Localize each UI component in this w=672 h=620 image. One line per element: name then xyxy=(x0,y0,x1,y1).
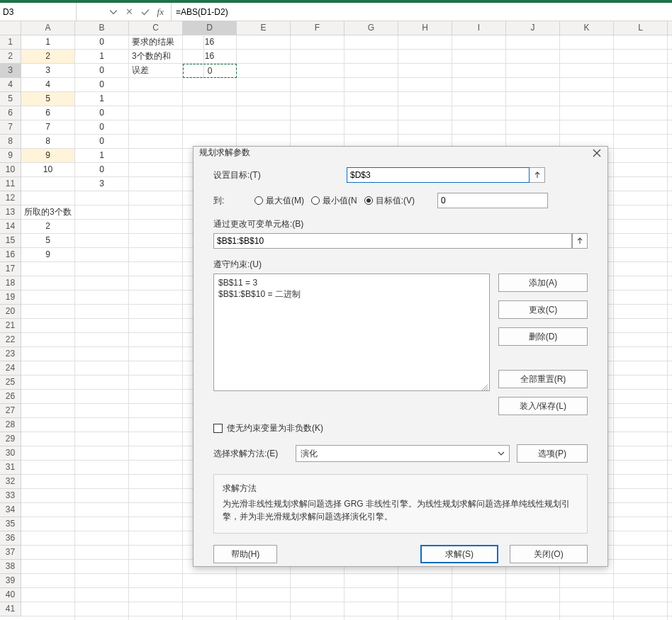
row-header[interactable]: 18 xyxy=(0,276,21,291)
row-header[interactable]: 23 xyxy=(0,347,21,361)
cell[interactable]: 9 xyxy=(21,149,75,163)
row-header[interactable]: 17 xyxy=(0,262,21,276)
row-header[interactable]: 12 xyxy=(0,191,21,205)
row-header[interactable]: 27 xyxy=(0,404,21,418)
cell[interactable]: 6 xyxy=(21,106,75,120)
row-header[interactable]: 32 xyxy=(0,475,21,489)
fx-icon[interactable]: fx xyxy=(157,6,164,18)
formula-input[interactable] xyxy=(172,7,672,17)
row-header[interactable]: 38 xyxy=(0,560,21,574)
target-value-input[interactable] xyxy=(437,193,548,208)
row-header[interactable]: 15 xyxy=(0,234,21,248)
row-header[interactable]: 11 xyxy=(0,177,21,191)
cell[interactable]: 3 xyxy=(21,64,75,78)
cell[interactable]: 3 xyxy=(75,177,129,191)
column-header[interactable]: A xyxy=(21,21,75,35)
constraint-item[interactable]: $B$1:$B$10 = 二进制 xyxy=(218,288,485,300)
changing-cells-input[interactable] xyxy=(213,233,572,249)
row-header[interactable]: 28 xyxy=(0,418,21,432)
column-header[interactable]: C xyxy=(129,21,183,35)
row-header[interactable]: 3 xyxy=(0,64,21,78)
resize-handle-icon[interactable] xyxy=(481,382,488,389)
row-header[interactable]: 14 xyxy=(0,220,21,234)
enter-formula-icon[interactable] xyxy=(140,7,150,17)
cell[interactable]: 0 xyxy=(183,64,237,78)
row-header[interactable]: 25 xyxy=(0,376,21,390)
cell[interactable]: 16 xyxy=(183,50,237,64)
cell[interactable]: 1 xyxy=(75,149,129,163)
cell[interactable]: 5 xyxy=(21,92,75,106)
method-select[interactable]: 演化 xyxy=(296,445,510,462)
row-header[interactable]: 33 xyxy=(0,489,21,503)
row-header[interactable]: 6 xyxy=(0,106,21,120)
dialog-titlebar[interactable]: 规划求解参数 xyxy=(194,147,607,159)
checkbox-icon[interactable] xyxy=(213,424,223,433)
cell[interactable]: 8 xyxy=(21,135,75,149)
radio-max[interactable]: 最大值(M) xyxy=(254,195,304,207)
options-button[interactable]: 选项(P) xyxy=(517,444,588,463)
constraints-listbox[interactable]: $B$11 = 3 $B$1:$B$10 = 二进制 xyxy=(213,274,490,391)
nonneg-checkbox-row[interactable]: 使无约束变量为非负数(K) xyxy=(213,422,588,434)
row-header[interactable]: 21 xyxy=(0,319,21,333)
cell[interactable]: 0 xyxy=(75,106,129,120)
row-header[interactable]: 35 xyxy=(0,517,21,531)
constraint-item[interactable]: $B$11 = 3 xyxy=(218,277,485,288)
column-header[interactable]: L xyxy=(614,21,668,35)
row-header[interactable]: 16 xyxy=(0,248,21,262)
close-icon[interactable] xyxy=(592,148,602,158)
row-header[interactable]: 1 xyxy=(0,35,21,50)
column-header[interactable]: I xyxy=(452,21,506,35)
cell[interactable]: 1 xyxy=(75,50,129,64)
row-header[interactable]: 31 xyxy=(0,461,21,475)
column-header[interactable]: E xyxy=(237,21,291,35)
set-target-input[interactable] xyxy=(347,167,530,183)
cell[interactable]: 5 xyxy=(21,234,75,248)
row-header[interactable]: 19 xyxy=(0,291,21,305)
row-header[interactable]: 5 xyxy=(0,92,21,106)
add-constraint-button[interactable]: 添加(A) xyxy=(498,274,588,292)
row-header[interactable]: 8 xyxy=(0,135,21,149)
column-header[interactable]: G xyxy=(345,21,398,35)
cell[interactable]: 2 xyxy=(21,220,75,234)
row-header[interactable]: 22 xyxy=(0,333,21,347)
name-box-container[interactable] xyxy=(0,3,77,21)
row-headers[interactable]: 1234567891011121314151617181920212223242… xyxy=(0,35,21,616)
column-header[interactable]: F xyxy=(291,21,345,35)
range-picker-button[interactable] xyxy=(572,233,588,249)
row-header[interactable]: 10 xyxy=(0,163,21,177)
reset-all-button[interactable]: 全部重置(R) xyxy=(498,370,588,388)
range-picker-button[interactable] xyxy=(530,167,545,183)
row-header[interactable]: 29 xyxy=(0,432,21,446)
load-save-button[interactable]: 装入/保存(L) xyxy=(498,397,588,415)
select-all-corner[interactable] xyxy=(0,21,21,35)
cell[interactable]: 0 xyxy=(75,163,129,177)
column-header[interactable]: J xyxy=(506,21,560,35)
row-header[interactable]: 34 xyxy=(0,503,21,517)
row-header[interactable]: 9 xyxy=(0,149,21,163)
cell[interactable]: 16 xyxy=(183,35,237,50)
cell[interactable]: 4 xyxy=(21,78,75,92)
row-header[interactable]: 40 xyxy=(0,588,21,602)
row-header[interactable]: 7 xyxy=(0,120,21,135)
row-header[interactable]: 26 xyxy=(0,390,21,404)
cell[interactable]: 0 xyxy=(75,135,129,149)
column-header[interactable]: H xyxy=(398,21,452,35)
radio-min[interactable]: 最小值(N xyxy=(311,195,357,207)
delete-constraint-button[interactable]: 删除(D) xyxy=(498,327,588,346)
row-header[interactable]: 2 xyxy=(0,50,21,64)
cell[interactable]: 2 xyxy=(21,50,75,64)
solve-button[interactable]: 求解(S) xyxy=(420,545,498,563)
row-header[interactable]: 20 xyxy=(0,305,21,319)
row-header[interactable]: 37 xyxy=(0,546,21,560)
cell[interactable]: 7 xyxy=(21,120,75,135)
row-header[interactable]: 4 xyxy=(0,78,21,92)
column-header[interactable]: D xyxy=(183,21,237,35)
cell[interactable]: 0 xyxy=(75,120,129,135)
row-header[interactable]: 13 xyxy=(0,205,21,220)
radio-valueof[interactable]: 目标值:(V) xyxy=(364,195,415,207)
cell[interactable]: 0 xyxy=(75,78,129,92)
row-header[interactable]: 30 xyxy=(0,446,21,461)
column-headers[interactable]: ABCDEFGHIJKL xyxy=(21,21,672,35)
cell[interactable]: 1 xyxy=(75,92,129,106)
cell[interactable]: 9 xyxy=(21,248,75,262)
